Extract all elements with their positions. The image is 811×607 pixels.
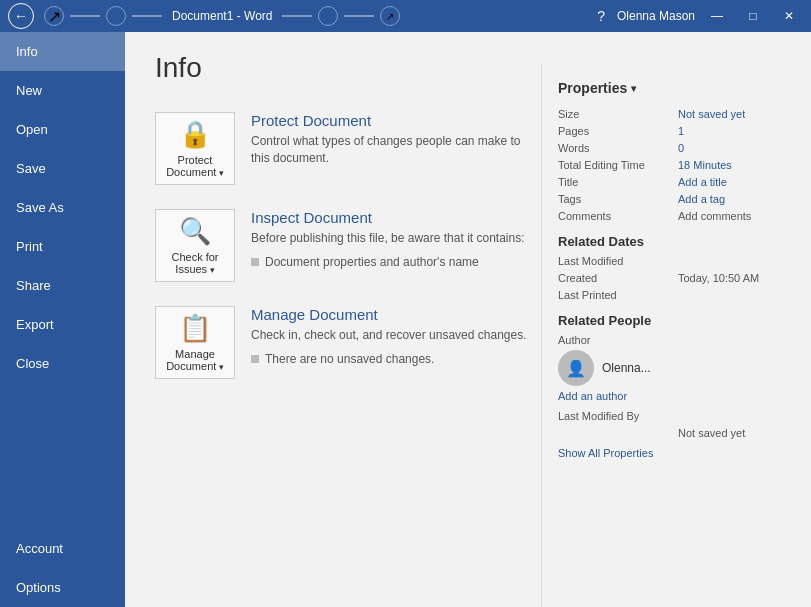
prop-row-last-modified-by: Last Modified By: [558, 410, 795, 422]
inspect-content: Inspect Document Before publishing this …: [251, 209, 535, 272]
deco-circle-4: ↗: [380, 6, 400, 26]
help-icon[interactable]: ?: [597, 8, 605, 24]
list-item: Document properties and author's name: [251, 255, 535, 269]
protect-document-button[interactable]: 🔒 ProtectDocument ▾: [155, 112, 235, 185]
inspect-desc: Before publishing this file, be aware th…: [251, 230, 535, 247]
prop-row-size: Size Not saved yet: [558, 108, 795, 120]
pages-value[interactable]: 1: [678, 125, 684, 137]
lock-icon: 🔒: [179, 119, 211, 150]
size-value[interactable]: Not saved yet: [678, 108, 745, 120]
protect-title: Protect Document: [251, 112, 535, 129]
sidebar-item-export[interactable]: Export: [0, 305, 125, 344]
sidebar-item-new[interactable]: New: [0, 71, 125, 110]
card-inspect: 🔍 Check forIssues ▾ Inspect Document Bef…: [155, 201, 535, 290]
prop-row-created: Created Today, 10:50 AM: [558, 272, 795, 284]
prop-row-tags: Tags Add a tag: [558, 193, 795, 205]
sidebar-item-share[interactable]: Share: [0, 266, 125, 305]
deco-circle-1: ↗: [44, 6, 64, 26]
cards-section: 🔒 ProtectDocument ▾ Protect Document Con…: [155, 104, 535, 387]
user-name: Olenna Mason: [617, 9, 695, 23]
title-bar: ← ↗ Document1 - Word ↗ ? Olenna Mason — …: [0, 0, 811, 32]
words-value[interactable]: 0: [678, 142, 684, 154]
sidebar-item-save-as[interactable]: Save As: [0, 188, 125, 227]
tags-value[interactable]: Add a tag: [678, 193, 725, 205]
sidebar-item-close[interactable]: Close: [0, 344, 125, 383]
deco-line-3: [282, 15, 312, 17]
list-item: There are no unsaved changes.: [251, 352, 535, 366]
sidebar-item-open[interactable]: Open: [0, 110, 125, 149]
inspect-title: Inspect Document: [251, 209, 535, 226]
deco-line-4: [344, 15, 374, 17]
manage-icon: 📋: [179, 313, 211, 344]
deco-circle-3: [318, 6, 338, 26]
manage-sub-items: There are no unsaved changes.: [251, 352, 535, 366]
card-manage: 📋 ManageDocument ▾ Manage Document Check…: [155, 298, 535, 387]
deco-circle-2: [106, 6, 126, 26]
title-decorative-right: ↗: [282, 6, 400, 26]
protect-content: Protect Document Control what types of c…: [251, 112, 535, 167]
prop-row-comments: Comments Add comments: [558, 210, 795, 222]
prop-row-last-modified: Last Modified: [558, 255, 795, 267]
deco-line-2: [132, 15, 162, 17]
prop-row-author: Author: [558, 334, 795, 346]
inspect-icon: 🔍: [179, 216, 211, 247]
sidebar-item-save[interactable]: Save: [0, 149, 125, 188]
document-title: Document1 - Word: [172, 9, 272, 23]
protect-label: ProtectDocument ▾: [166, 154, 224, 178]
prop-row-editing-time: Total Editing Time 18 Minutes: [558, 159, 795, 171]
author-row: 👤 Olenna...: [558, 350, 795, 386]
title-decorative: ↗: [44, 6, 162, 26]
manage-desc: Check in, check out, and recover unsaved…: [251, 327, 535, 344]
bullet-icon: [251, 355, 259, 363]
sidebar-item-info[interactable]: Info: [0, 32, 125, 71]
author-name: Olenna...: [602, 361, 651, 375]
last-modified-by-value: Not saved yet: [678, 427, 745, 439]
chevron-down-icon: ▾: [631, 83, 636, 94]
minimize-button[interactable]: —: [703, 4, 731, 28]
restore-button[interactable]: □: [739, 4, 767, 28]
manage-content: Manage Document Check in, check out, and…: [251, 306, 535, 369]
prop-row-pages: Pages 1: [558, 125, 795, 137]
prop-row-title: Title Add a title: [558, 176, 795, 188]
related-dates-title: Related Dates: [558, 234, 795, 249]
related-people-title: Related People: [558, 313, 795, 328]
card-protect: 🔒 ProtectDocument ▾ Protect Document Con…: [155, 104, 535, 193]
comments-value: Add comments: [678, 210, 751, 222]
manage-document-button[interactable]: 📋 ManageDocument ▾: [155, 306, 235, 379]
properties-panel: Properties ▾ Size Not saved yet Pages 1 …: [541, 64, 811, 607]
content-wrapper: Info 🔒 ProtectDocument ▾ Protect Documen…: [125, 32, 811, 607]
add-author[interactable]: Add an author: [558, 390, 795, 402]
main-layout: Info New Open Save Save As Print Share E…: [0, 32, 811, 607]
sidebar: Info New Open Save Save As Print Share E…: [0, 32, 125, 607]
deco-line-1: [70, 15, 100, 17]
inspect-sub-items: Document properties and author's name: [251, 255, 535, 269]
show-all-properties-link[interactable]: Show All Properties: [558, 447, 795, 459]
sidebar-item-options[interactable]: Options: [0, 568, 125, 607]
sidebar-item-account[interactable]: Account: [0, 529, 125, 568]
prop-row-last-printed: Last Printed: [558, 289, 795, 301]
inspect-label: Check forIssues ▾: [171, 251, 218, 275]
bullet-icon: [251, 258, 259, 266]
created-value: Today, 10:50 AM: [678, 272, 759, 284]
protect-desc: Control what types of changes people can…: [251, 133, 535, 167]
manage-title: Manage Document: [251, 306, 535, 323]
properties-header: Properties ▾: [558, 80, 795, 96]
prop-row-words: Words 0: [558, 142, 795, 154]
editing-time-value[interactable]: 18 Minutes: [678, 159, 732, 171]
check-issues-button[interactable]: 🔍 Check forIssues ▾: [155, 209, 235, 282]
title-value[interactable]: Add a title: [678, 176, 727, 188]
manage-label: ManageDocument ▾: [166, 348, 224, 372]
back-button[interactable]: ←: [8, 3, 34, 29]
close-button[interactable]: ✕: [775, 4, 803, 28]
prop-row-not-saved: Not saved yet: [558, 427, 795, 439]
avatar: 👤: [558, 350, 594, 386]
person-icon: 👤: [566, 359, 586, 378]
sidebar-item-print[interactable]: Print: [0, 227, 125, 266]
